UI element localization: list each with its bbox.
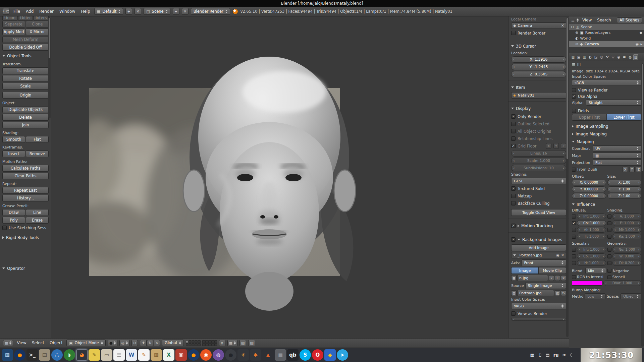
dark-sphere-app[interactable]: ● <box>225 349 236 361</box>
outliner-menu-search[interactable]: Search <box>595 18 612 22</box>
npanel-scrollbar[interactable] <box>567 18 568 159</box>
influence-checkbox[interactable] <box>572 261 576 265</box>
from-dupli-checkbox[interactable] <box>572 168 576 172</box>
source-dropdown[interactable]: Single Image <box>525 282 566 289</box>
glsl-dropdown[interactable]: GLSL <box>511 178 566 184</box>
influence-checkbox[interactable] <box>607 254 611 258</box>
only-render-checkbox-row[interactable]: Only Render <box>511 113 566 120</box>
gray-app[interactable]: ■ <box>275 349 286 361</box>
tab-render[interactable]: ▣ <box>576 54 581 60</box>
layer-toggle[interactable] <box>186 340 189 343</box>
relationship-lines-checkbox-row[interactable]: Relationship Lines <box>511 135 566 142</box>
text-document[interactable]: ☰ <box>113 349 125 361</box>
axis-dropdown[interactable]: Front <box>522 259 566 266</box>
outline-selected-checkbox-row[interactable]: Outline Selected <box>511 121 566 127</box>
file-manager[interactable]: ▤ <box>39 349 50 361</box>
green-app[interactable]: ◗ <box>64 349 75 361</box>
archive-app[interactable]: ▦ <box>151 349 162 361</box>
clear-paths-button[interactable]: Clear Paths <box>2 173 49 179</box>
screen-layout-selector[interactable]: ▦Default <box>94 8 123 15</box>
outliner-row-camera[interactable]: ⊕ ◆ Camera ◉ ▸ <box>569 41 644 47</box>
size-x-field[interactable]: X: 1.00 <box>607 180 642 185</box>
influence-checkbox[interactable] <box>607 221 611 225</box>
view-as-render-checkbox-row[interactable]: View as Render <box>511 310 566 317</box>
viewport-menu-select[interactable]: Select <box>30 341 46 345</box>
swizzle-z-button[interactable]: Z <box>636 167 641 172</box>
diffuse-alpha-field[interactable]: Al: 1.000 <box>577 227 606 233</box>
manipulator-rotate-button[interactable]: ↻ <box>147 340 153 346</box>
scale-button[interactable]: Scale <box>2 83 49 89</box>
opera[interactable]: O <box>312 349 323 361</box>
flat-button[interactable]: Flat <box>26 136 49 143</box>
tab-texture[interactable]: ▦ <box>633 54 638 60</box>
geometry-displace-field[interactable]: Di: 0.200 <box>612 260 642 266</box>
ubuntu-app[interactable]: ◉ <box>200 349 212 361</box>
coordinate-dropdown[interactable]: UV <box>593 145 641 152</box>
grease-line-button[interactable]: Line <box>26 209 49 216</box>
calculate-paths-button[interactable]: Calculate Paths <box>2 165 49 172</box>
influence-checkbox[interactable] <box>607 261 611 265</box>
grid-axis-z-button[interactable]: Z <box>561 143 566 149</box>
layer-toggle[interactable] <box>211 340 214 343</box>
tab-material[interactable]: ◉ <box>616 54 621 60</box>
background-image-entry[interactable]: _Portman.jpg ◉ ✕ <box>511 252 566 258</box>
cursor-y-field[interactable]: Y: -1.2445 <box>511 64 566 70</box>
writer[interactable]: W <box>126 349 137 361</box>
lower-first-button[interactable]: Lower First <box>607 114 642 121</box>
render-engine-selector[interactable]: Blender Render <box>191 8 230 15</box>
image-browse-icon[interactable]: ▦ <box>511 275 517 281</box>
image-path-field[interactable]: Portman.jpg <box>517 290 554 296</box>
influence-checkbox[interactable] <box>607 235 611 239</box>
manipulator-translate-button[interactable]: ✚ <box>140 340 146 346</box>
smooth-button[interactable]: Smooth <box>2 136 25 143</box>
layer-toggle[interactable] <box>198 340 201 343</box>
offset-z-field[interactable]: Z: 0.00000 <box>572 193 606 199</box>
view-as-render-checkbox-row[interactable]: View as Render <box>572 87 641 93</box>
firefox[interactable]: ● <box>14 349 25 361</box>
flame-app[interactable]: ▲ <box>262 349 274 361</box>
properties-scrollbar[interactable] <box>642 64 643 171</box>
sticky-notes[interactable]: ✎ <box>89 349 100 361</box>
influence-checkbox[interactable] <box>572 248 576 252</box>
layer-toggle[interactable] <box>195 340 198 343</box>
upper-first-button[interactable]: Upper First <box>572 114 607 121</box>
tab-modifiers[interactable]: ⚒ <box>605 54 610 60</box>
expand-icon[interactable]: ⊕ <box>575 31 578 35</box>
media-app[interactable]: ▣ <box>175 349 187 361</box>
motion-tracking-panel-header[interactable]: Motion Tracking <box>511 222 566 229</box>
layer-toggle[interactable] <box>189 340 192 343</box>
pivot-point-dropdown[interactable]: ◎ <box>119 340 129 346</box>
negative-checkbox[interactable] <box>607 269 611 273</box>
layer-toggle[interactable] <box>202 340 205 343</box>
night-mode-icon[interactable]: ☾ <box>570 353 574 358</box>
backface-culling-checkbox-row[interactable]: Backface Culling <box>511 200 566 206</box>
image-datablock-field[interactable]: n.jpg <box>517 275 548 281</box>
tab-object[interactable]: ◳ <box>593 54 598 60</box>
geometry-warp-field[interactable]: W: 0.000 <box>612 253 642 259</box>
display-panel-header[interactable]: Display <box>511 105 566 112</box>
tray-clipboard-icon[interactable]: ▤ <box>545 353 549 358</box>
layer-toggle[interactable] <box>198 343 201 346</box>
swizzle-y-button[interactable]: Y <box>629 167 635 172</box>
cursor-z-field[interactable]: Z: 0.3505 <box>511 71 566 77</box>
toolshelf-scrollbar[interactable] <box>49 18 50 58</box>
open-folder-icon[interactable]: ◰ <box>555 290 560 296</box>
grease-erase-button[interactable]: Erase <box>26 217 49 224</box>
grease-draw-button[interactable]: Draw <box>2 209 25 216</box>
specular-intensity-field[interactable]: Int: 1.000 <box>577 247 606 252</box>
shading-mirror-field[interactable]: Mi: 1.000 <box>612 227 642 233</box>
item-panel-header[interactable]: Item <box>511 84 566 91</box>
manipulator-scale-button[interactable]: ⇲ <box>154 340 160 346</box>
object-tools-panel-header[interactable]: Object Tools <box>2 52 49 59</box>
swizzle-x-button[interactable]: X <box>623 167 628 172</box>
renderability-icon[interactable]: ◆ <box>640 31 642 35</box>
rgb-to-intensity-checkbox[interactable] <box>572 275 576 279</box>
cursor-x-field[interactable]: X: 1.3916 <box>511 56 566 63</box>
layer-toggle[interactable] <box>186 343 189 346</box>
layer-toggle[interactable] <box>205 340 208 343</box>
mode-dropdown[interactable]: ▣Object Mode <box>66 340 106 346</box>
snap-toggle-button[interactable]: ∩ <box>219 340 225 346</box>
visibility-eye-icon[interactable]: ◉ <box>556 253 559 257</box>
close-icon[interactable]: ✕ <box>561 253 564 257</box>
search-tool[interactable]: ◌ <box>51 349 63 361</box>
